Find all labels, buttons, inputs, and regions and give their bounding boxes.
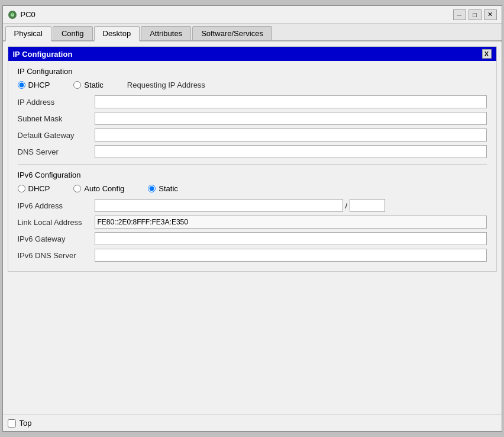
content-area: IP Configuration X IP Configuration DHCP… xyxy=(3,41,502,414)
default-gateway-input[interactable] xyxy=(95,128,487,142)
link-local-address-row: Link Local Address xyxy=(18,216,487,229)
subnet-mask-row: Subnet Mask xyxy=(18,112,487,125)
ipv6-gateway-label: IPv6 Gateway xyxy=(18,234,95,243)
window-title: PC0 xyxy=(21,10,35,19)
static-radio[interactable] xyxy=(73,81,81,89)
default-gateway-row: Default Gateway xyxy=(18,128,487,142)
ip-address-label: IP Address xyxy=(18,98,95,107)
default-gateway-label: Default Gateway xyxy=(18,131,95,140)
maximize-button[interactable]: □ xyxy=(469,9,482,20)
dns-server-row: DNS Server xyxy=(18,145,487,158)
ip-address-row: IP Address xyxy=(18,95,487,108)
ipv6-address-label: IPv6 Address xyxy=(18,201,95,210)
dns-server-input[interactable] xyxy=(95,145,487,158)
ipv6-dhcp-radio[interactable] xyxy=(18,185,25,192)
ipv4-section-label: IP Configuration xyxy=(18,67,487,76)
close-button[interactable]: ✕ xyxy=(484,9,497,20)
tab-software-services[interactable]: Software/Services xyxy=(192,26,272,40)
panel-close-button[interactable]: X xyxy=(482,49,492,59)
tab-bar: Physical Config Desktop Attributes Softw… xyxy=(3,24,502,41)
ipv6-dhcp-radio-item: DHCP xyxy=(18,184,50,193)
ipv6-auto-config-label: Auto Config xyxy=(84,184,124,193)
subnet-mask-label: Subnet Mask xyxy=(18,114,95,123)
ipv6-dns-server-row: IPv6 DNS Server xyxy=(18,249,487,262)
ipv6-auto-config-radio[interactable] xyxy=(73,185,81,192)
ipv4-radio-row: DHCP Static Requesting IP Address xyxy=(18,81,487,89)
title-bar-left: PC0 xyxy=(8,10,35,20)
panel-body: IP Configuration DHCP Static Requesting … xyxy=(8,61,496,271)
ipv6-static-radio-item: Static xyxy=(148,184,178,193)
main-window: PC0 ─ □ ✕ Physical Config Desktop Attrib… xyxy=(2,5,502,432)
dhcp-label: DHCP xyxy=(28,81,50,89)
link-local-address-input[interactable] xyxy=(95,216,487,229)
ipv6-address-input[interactable] xyxy=(95,199,343,212)
dhcp-radio[interactable] xyxy=(18,81,25,89)
slash-separator: / xyxy=(345,201,348,210)
subnet-mask-input[interactable] xyxy=(95,112,487,125)
top-label: Top xyxy=(20,419,32,428)
link-local-address-label: Link Local Address xyxy=(18,218,95,227)
dns-server-label: DNS Server xyxy=(18,147,95,156)
tab-physical[interactable]: Physical xyxy=(5,26,51,41)
ip-address-input[interactable] xyxy=(95,95,487,108)
top-checkbox[interactable] xyxy=(8,419,16,428)
ipv6-section-label: IPv6 Configuration xyxy=(18,171,487,179)
static-radio-item: Static xyxy=(73,81,104,89)
bottom-bar: Top xyxy=(3,414,502,431)
title-bar: PC0 ─ □ ✕ xyxy=(3,6,502,24)
ipv6-prefix-input[interactable] xyxy=(350,199,385,212)
ipv6-gateway-input[interactable] xyxy=(95,232,487,245)
ipv6-address-row: IPv6 Address / xyxy=(18,199,487,212)
section-divider xyxy=(18,164,487,165)
ipv6-radio-row: DHCP Auto Config Static xyxy=(18,184,487,193)
app-icon xyxy=(8,10,17,20)
requesting-status-text: Requesting IP Address xyxy=(127,81,205,89)
tab-desktop[interactable]: Desktop xyxy=(94,26,140,41)
panel-title: IP Configuration xyxy=(13,50,73,59)
ipv6-dns-server-label: IPv6 DNS Server xyxy=(18,251,95,260)
ipv6-dhcp-label: DHCP xyxy=(28,184,50,193)
minimize-button[interactable]: ─ xyxy=(453,9,466,20)
ipv6-auto-config-radio-item: Auto Config xyxy=(73,184,124,193)
ip-config-panel: IP Configuration X IP Configuration DHCP… xyxy=(8,46,497,272)
ipv6-dns-server-input[interactable] xyxy=(95,249,487,262)
panel-header: IP Configuration X xyxy=(8,47,496,61)
tab-config[interactable]: Config xyxy=(53,26,93,40)
ipv6-static-radio[interactable] xyxy=(148,185,156,192)
window-controls: ─ □ ✕ xyxy=(453,9,497,20)
dhcp-radio-item: DHCP xyxy=(18,81,50,89)
static-label: Static xyxy=(84,81,104,89)
tab-attributes[interactable]: Attributes xyxy=(141,26,191,40)
ipv6-gateway-row: IPv6 Gateway xyxy=(18,232,487,245)
ipv6-static-label: Static xyxy=(159,184,178,193)
